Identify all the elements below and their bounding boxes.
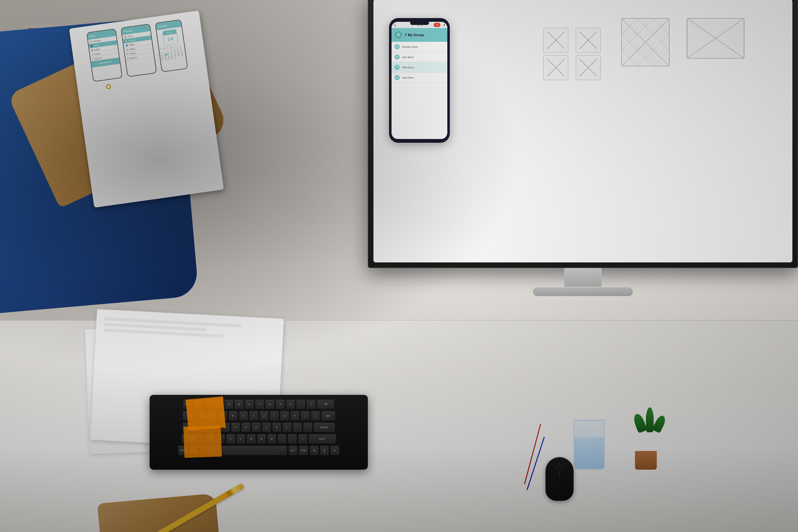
monitor-screen: ||| 11:55 ▮: [374, 0, 792, 262]
key-ctrl-r[interactable]: CTRL: [299, 446, 308, 456]
signal-icon: |||: [394, 24, 396, 26]
mouse[interactable]: [546, 457, 573, 501]
group-avatar-icon: [395, 31, 402, 39]
key-k[interactable]: K: [272, 423, 281, 433]
slideshow-top-box: [687, 18, 744, 59]
monitor-stand: [564, 268, 602, 287]
key-i[interactable]: I: [270, 411, 279, 421]
avatar-andrew: [395, 44, 400, 49]
monitor-container: ||| 11:55 ▮: [368, 0, 798, 299]
avatar-alex: [395, 55, 400, 59]
gallery-item-1: [543, 28, 568, 53]
notification-badge: 7: [434, 23, 440, 27]
key-equals[interactable]: =: [307, 400, 316, 410]
desk-surface: ESC 1 2 3 4 5 6 7 8 9 0 - = ⌫ TAB Q W E …: [0, 320, 798, 532]
key-r[interactable]: R: [229, 411, 238, 421]
key-t[interactable]: T: [239, 411, 248, 421]
key-rbracket[interactable]: ]: [311, 411, 320, 421]
key-o[interactable]: O: [280, 411, 289, 421]
glass-water: [573, 420, 605, 476]
gallery-item-4: [576, 55, 601, 80]
gallery-item-3: [543, 55, 568, 80]
monitor-base: [533, 287, 633, 296]
phone-header: 7 My Group 7: [392, 28, 447, 42]
key-f[interactable]: F: [231, 423, 240, 433]
key-u[interactable]: U: [260, 411, 268, 421]
key-period[interactable]: .: [288, 434, 297, 444]
key-left[interactable]: ◄: [310, 446, 319, 456]
key-c[interactable]: C: [226, 434, 235, 444]
key-8[interactable]: 8: [266, 400, 274, 410]
key-v[interactable]: V: [236, 434, 245, 444]
contact-kate: Kate Plum: [392, 73, 447, 83]
contact-phill: Phill Good: [392, 62, 447, 73]
contact-andrew: Andrew Jones: [392, 42, 447, 52]
key-b[interactable]: B: [247, 434, 255, 444]
water-level: [574, 438, 604, 469]
postit-orange-2: [183, 425, 222, 458]
battery-icon: ▮: [443, 24, 445, 26]
key-slash[interactable]: /: [298, 434, 307, 444]
key-7[interactable]: 7: [255, 400, 264, 410]
phone-mockup-container: ||| 11:55 ▮: [389, 12, 450, 143]
phone-screen: ||| 11:55 ▮: [392, 22, 447, 139]
plant-pot: [635, 451, 657, 470]
wireframe-phone-3: Calendar ◄ Oct ► 14 SMTWTFS 12345 67: [155, 19, 188, 72]
key-up-down[interactable]: ▲ ▼: [320, 446, 329, 456]
key-5[interactable]: 5: [235, 400, 244, 410]
contact-name-kate: Kate Plum: [402, 76, 414, 79]
phone-header-title: My Group: [408, 33, 424, 37]
monitor-body: ||| 11:55 ▮: [368, 0, 798, 268]
contact-name-andrew: Andrew Jones: [402, 45, 418, 48]
paper-wireframe-held: Home 💬 Message 👤 Profile 🖼 Gallery: [69, 11, 224, 208]
large-wireframe-box-section: [621, 12, 671, 66]
key-6[interactable]: 6: [245, 400, 254, 410]
ring: [106, 84, 111, 89]
key-4[interactable]: 4: [225, 400, 233, 410]
key-9[interactable]: 9: [276, 400, 285, 410]
key-enter-2[interactable]: ENTER: [314, 423, 335, 433]
key-j[interactable]: J: [262, 423, 271, 433]
key-enter[interactable]: ENT: [321, 411, 335, 421]
key-y[interactable]: Y: [249, 411, 258, 421]
key-n[interactable]: N: [257, 434, 266, 444]
key-semicolon[interactable]: ;: [293, 423, 302, 433]
wireframe-phone-1: Home 💬 Message 👤 Profile 🖼 Gallery: [86, 28, 122, 82]
key-m[interactable]: M: [267, 434, 276, 444]
phone-notch: [410, 22, 429, 25]
key-right[interactable]: ►: [330, 446, 339, 456]
key-shift-r[interactable]: SHIFT: [309, 434, 336, 444]
scene-background: Home 💬 Message 👤 Profile 🖼 Gallery: [0, 0, 798, 532]
key-p[interactable]: P: [290, 411, 299, 421]
key-0[interactable]: 0: [286, 400, 295, 410]
avatar-kate: [395, 75, 400, 80]
key-backspace[interactable]: ⌫: [317, 400, 334, 410]
key-h[interactable]: H: [252, 423, 261, 433]
key-minus[interactable]: -: [297, 400, 305, 410]
wireframe-phone-2: Message 🏠Home 💬Message 👤Profile 📊Gallery: [120, 24, 156, 77]
key-l[interactable]: L: [283, 423, 291, 433]
avatar-phill: [395, 65, 400, 70]
plant: [635, 407, 664, 470]
right-hand: [97, 493, 221, 532]
contact-name-alex: Alex Black: [402, 56, 414, 59]
key-quote[interactable]: ': [303, 423, 312, 433]
large-x-box: [621, 18, 669, 66]
key-lbracket[interactable]: [: [301, 411, 309, 421]
contact-name-phill: Phill Good: [402, 66, 414, 69]
key-alt-r[interactable]: ALT: [289, 446, 297, 456]
phone-mockup-main: ||| 11:55 ▮: [389, 18, 450, 143]
key-g[interactable]: G: [242, 423, 250, 433]
contact-alex: Alex Black: [392, 52, 447, 62]
group-number: 7: [405, 33, 406, 37]
keyboard[interactable]: ESC 1 2 3 4 5 6 7 8 9 0 - = ⌫ TAB Q W E …: [150, 395, 368, 470]
key-comma[interactable]: ,: [278, 434, 286, 444]
gallery-item-2: [576, 28, 601, 53]
keyboard-row-2: TAB Q W E R T Y U I O P [ ] ENT: [154, 411, 363, 421]
